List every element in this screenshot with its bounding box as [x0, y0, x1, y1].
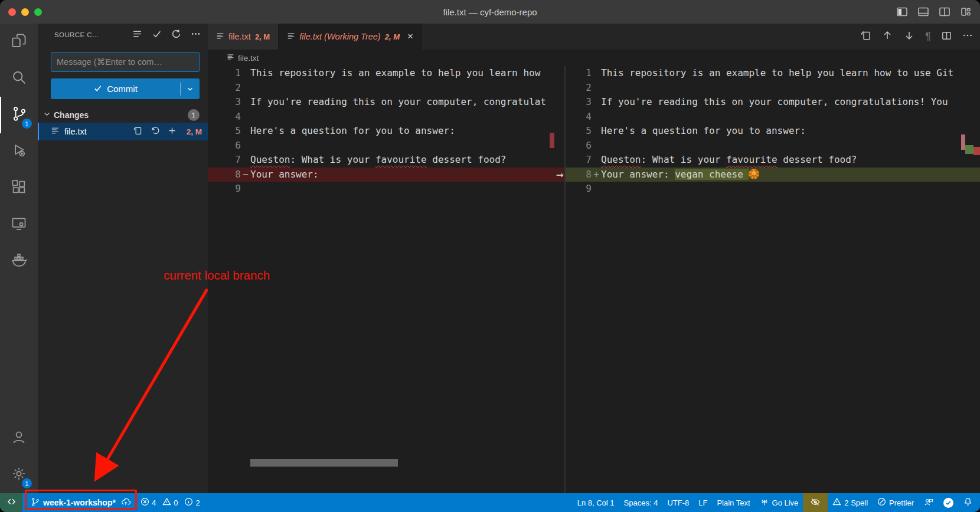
remote-indicator[interactable]: [0, 493, 22, 512]
toggle-whitespace-icon[interactable]: ¶: [925, 31, 931, 43]
branch-status-item[interactable]: week-1-workshop*: [26, 493, 136, 512]
activity-bar: 1 1: [0, 24, 38, 493]
activity-run-debug[interactable]: [0, 133, 38, 170]
customize-layout-icon[interactable]: [960, 6, 972, 18]
toggle-sidebar-icon[interactable]: [896, 6, 908, 18]
more-actions-icon[interactable]: [962, 30, 973, 43]
bell-icon: [963, 497, 973, 508]
eol-item[interactable]: LF: [694, 493, 712, 512]
warning-icon: [162, 497, 171, 508]
language-mode: Plain Text: [717, 498, 750, 507]
open-changes-icon[interactable]: [860, 29, 871, 44]
code-line-4[interactable]: 4: [566, 110, 980, 124]
diff-sign: +: [592, 168, 601, 182]
activity-accounts[interactable]: [0, 420, 38, 457]
code-line-9[interactable]: 9: [566, 182, 980, 196]
activity-docker[interactable]: [0, 243, 38, 280]
activity-explorer[interactable]: [0, 24, 38, 60]
line-number: 4: [566, 110, 592, 124]
split-editor-layout-icon[interactable]: [939, 6, 950, 18]
language-mode-item[interactable]: Plain Text: [712, 493, 754, 512]
code-line-2[interactable]: 2: [208, 81, 564, 96]
search-icon: [11, 69, 27, 88]
tab-file-txt-working-tree[interactable]: file.txt (Working Tree) 2, M ×: [279, 24, 422, 50]
activity-source-control[interactable]: 1: [0, 97, 38, 133]
chevron-down-icon: [43, 110, 51, 121]
text-segment: vegan cheese: [675, 169, 749, 180]
commit-dropdown-button[interactable]: [181, 85, 200, 93]
code-line-6[interactable]: 6: [566, 139, 980, 153]
open-file-icon[interactable]: [133, 126, 143, 138]
breadcrumb-file: file.txt: [238, 54, 259, 63]
diff-sign: [241, 81, 250, 96]
code-line-1[interactable]: 1This repository is an example to help y…: [208, 66, 564, 81]
more-actions-icon[interactable]: [191, 29, 201, 41]
code-line-6[interactable]: 6: [208, 139, 564, 153]
source-control-sidebar: SOURCE C… Message (⌘Enter to com… Commit: [38, 24, 208, 493]
code-line-2[interactable]: 2: [566, 81, 980, 96]
line-number: 2: [566, 81, 592, 96]
previous-change-icon[interactable]: [881, 29, 893, 44]
line-text: This repository is an example to help yo…: [250, 66, 564, 81]
view-as-list-icon[interactable]: [132, 29, 142, 41]
changes-section-header[interactable]: Changes 1: [38, 107, 208, 123]
next-change-icon[interactable]: [903, 29, 915, 44]
breadcrumb[interactable]: file.txt: [208, 50, 980, 66]
account-icon: [11, 429, 27, 448]
code-line-3[interactable]: 3If you're reading this on your computer…: [208, 95, 564, 110]
close-tab-icon[interactable]: ×: [407, 31, 413, 42]
notifications-item[interactable]: [958, 493, 980, 512]
slash-circle-icon: [877, 497, 886, 508]
code-line-8[interactable]: 8−Your answer:: [208, 168, 564, 182]
line-text: [250, 81, 564, 96]
horizontal-scrollbar[interactable]: [250, 459, 398, 467]
line-text: [601, 182, 980, 196]
code-line-7[interactable]: 7Queston: What is your favourite dessert…: [566, 153, 980, 168]
code-line-4[interactable]: 4: [208, 110, 564, 124]
git-branch-icon: [31, 497, 40, 508]
code-line-3[interactable]: 3If you're reading this on your computer…: [566, 95, 980, 110]
commit-message-input[interactable]: Message (⌘Enter to com…: [51, 52, 200, 72]
refresh-icon[interactable]: [171, 29, 181, 41]
toggle-panel-icon[interactable]: [917, 6, 929, 18]
discard-changes-icon[interactable]: [150, 126, 160, 138]
indentation-item[interactable]: Spaces: 4: [619, 493, 663, 512]
activity-search[interactable]: [0, 60, 38, 97]
stage-changes-icon[interactable]: [167, 126, 177, 138]
close-window-button[interactable]: [8, 8, 16, 16]
text-segment: This repository is an example to help yo…: [601, 67, 953, 78]
tab-file-txt[interactable]: file.txt 2, M: [208, 24, 279, 50]
code-line-1[interactable]: 1This repository is an example to help y…: [566, 66, 980, 81]
feedback-item[interactable]: [919, 493, 939, 512]
sync-status-item[interactable]: [939, 493, 958, 512]
split-editor-icon[interactable]: [941, 30, 952, 44]
go-live-item[interactable]: Go Live: [755, 493, 803, 512]
diff-modified-pane[interactable]: 1This repository is an example to help y…: [566, 66, 980, 493]
commit-button[interactable]: Commit: [51, 78, 200, 99]
minimize-window-button[interactable]: [21, 8, 29, 16]
encoding-item[interactable]: UTF-8: [662, 493, 694, 512]
activity-settings[interactable]: 1: [0, 457, 38, 493]
activity-remote-explorer[interactable]: [0, 206, 38, 243]
info-count: 2: [195, 498, 200, 507]
line-text: Queston: What is your favourite dessert …: [601, 153, 980, 168]
activity-extensions[interactable]: [0, 170, 38, 206]
files-icon: [10, 32, 28, 52]
code-line-7[interactable]: 7Queston: What is your favourite dessert…: [208, 153, 564, 168]
zoom-window-button[interactable]: [34, 8, 42, 16]
code-line-8[interactable]: 8+Your answer: vegan cheese: [566, 168, 980, 182]
diff-original-pane[interactable]: 1This repository is an example to help y…: [208, 66, 564, 493]
code-line-5[interactable]: 5Here's a question for you to answer:: [566, 124, 980, 139]
diff-sign: −: [241, 168, 250, 182]
problems-status-item[interactable]: 4 0 2: [136, 493, 209, 512]
commit-action-icon[interactable]: [152, 29, 162, 41]
spell-checker-toggle-item[interactable]: [803, 493, 828, 512]
code-line-5[interactable]: 5Here's a question for you to answer:: [208, 124, 564, 139]
overview-marker-error: [974, 147, 980, 155]
spell-problems-item[interactable]: 2 Spell: [828, 493, 873, 512]
code-line-9[interactable]: 9: [208, 182, 564, 196]
broadcast-icon: [760, 497, 769, 508]
cursor-position-item[interactable]: Ln 8, Col 1: [573, 493, 619, 512]
prettier-item[interactable]: Prettier: [873, 493, 919, 512]
changed-file-row[interactable]: file.txt 2, M: [38, 123, 208, 140]
